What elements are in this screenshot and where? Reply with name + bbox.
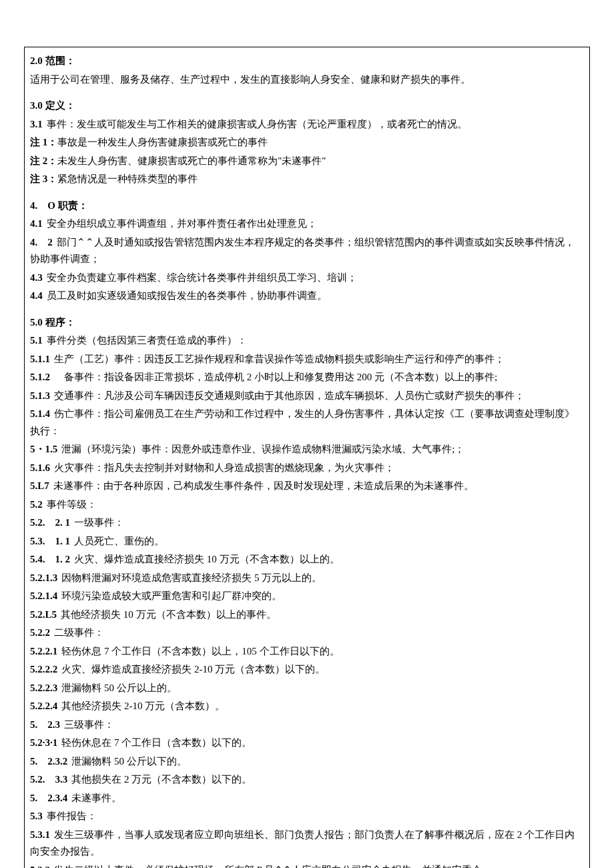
text-5.2.1: 一级事件： xyxy=(74,517,124,528)
note3-label: 注 3： xyxy=(30,173,57,184)
item-5.2.3: 5. 2.3三级事件： xyxy=(30,717,584,734)
text-5.2.3.3: 其他损失在 2 万元（不含本数）以下的。 xyxy=(71,774,252,785)
item-5.2.2.1: 5.2.2.1轻伤休息 7 个工作日（不含本数）以上，105 个工作日以下的。 xyxy=(30,643,584,661)
num-5.2.2.3: 5.2.2.3 xyxy=(30,683,57,693)
text-5.2.1.5: 其他经济损失 10 万元（不含本数）以上的事件。 xyxy=(61,609,276,620)
item-4.4: 4.4员工及时如实逐级通知或报告发生的各类事件，协助事件调查。 xyxy=(30,288,584,305)
item-5.1.5: 5・1.5泄漏（环境污染）事件：因意外或违章作业、误操作造成物料泄漏或污染水域、… xyxy=(30,441,584,458)
text-5.2.1.4: 环境污染造成较大或严重危害和引起厂群冲突的。 xyxy=(61,590,282,601)
num-5.1.1: 5.1.1 xyxy=(30,354,50,364)
item-5.1.6: 5.1.6火灾事件：指凡失去控制并对财物和人身造成损害的燃烧现象，为火灾事件； xyxy=(30,460,584,477)
item-5.2.1.1: 5.3. 1. 1人员死亡、重伤的。 xyxy=(30,533,584,550)
text-5.2.1.1: 人员死亡、重伤的。 xyxy=(74,536,164,546)
num-5.3.2: 5.3.2 xyxy=(30,865,50,869)
section-4-heading: 4. O 职责： xyxy=(30,200,88,211)
text-5.2.1.3: 因物料泄漏对环境造成危害或直接经济损失 5 万元以上的。 xyxy=(61,572,322,583)
text-4.3: 安全办负责建立事件档案、综合统计各类事件并组织员工学习、培训； xyxy=(47,272,357,283)
num-5.1: 5.1 xyxy=(30,335,43,346)
num-4.4: 4.4 xyxy=(30,290,43,301)
num-5.2.1.2: 5.4. 1. 2 xyxy=(30,554,70,564)
text-5.2.3.1: 轻伤休息在 7 个工作日（含本数）以下的。 xyxy=(61,737,252,748)
text-5.2.2.1: 轻伤休息 7 个工作日（不含本数）以上，105 个工作日以下的。 xyxy=(61,646,339,657)
item-5.2.2: 5.2.2二级事件： xyxy=(30,624,584,642)
text-5.2.3.4: 未遂事件。 xyxy=(71,793,121,803)
item-5.1.3: 5.1.3交通事件：凡涉及公司车辆因违反交通规则或由于其他原因，造成车辆损坏、人… xyxy=(30,388,584,405)
text-4.4: 员工及时如实逐级通知或报告发生的各类事件，协助事件调查。 xyxy=(47,290,327,301)
num-5.2.1: 5.2. 2. 1 xyxy=(30,517,70,528)
item-4.3: 4.3安全办负责建立事件档案、综合统计各类事件并组织员工学习、培训； xyxy=(30,270,584,287)
section-4: 4. O 职责： xyxy=(30,197,584,215)
item-5.2.3.3: 5.2. 3.3其他损失在 2 万元（不含本数）以下的。 xyxy=(30,771,584,789)
num-5.2.3.4: 5. 2.3.4 xyxy=(30,793,67,803)
text-5.2.2.3: 泄漏物料 50 公斤以上的。 xyxy=(61,683,177,693)
note-2: 注 2：未发生人身伤害、健康损害或死亡的事件通常称为"未遂事件" xyxy=(30,153,584,170)
num-3.0: 3.0 xyxy=(30,100,43,111)
item-5.2.2.3: 5.2.2.3泄漏物料 50 公斤以上的。 xyxy=(30,680,584,697)
item-5.2.1.4: 5.2.1.4环境污染造成较大或严重危害和引起厂群冲突的。 xyxy=(30,588,584,605)
section-5: 5.0 程序： xyxy=(30,314,584,332)
num-4.1: 4.1 xyxy=(30,218,43,229)
item-5.1.7: 5.L7未遂事件：由于各种原因，己构成发生事件条件，因及时发现处理，未造成后果的… xyxy=(30,478,584,495)
text-5.2.2.4: 其他经济损失 2-10 万元（含本数）。 xyxy=(61,701,225,711)
item-5.1.1: 5.1.1生产（工艺）事件：因违反工艺操作规程和拿昔误操作等造成物料损失或影响生… xyxy=(30,351,584,368)
text-5.2.1.2: 火灾、爆炸造成直接经济损失 10 万元（不含本数）以上的。 xyxy=(74,554,340,564)
text-5.1.6: 火灾事件：指凡失去控制并对财物和人身造成损害的燃烧现象，为火灾事件； xyxy=(54,462,394,473)
text-5.2.2: 二级事件： xyxy=(54,627,104,638)
text-5.2: 事件等级： xyxy=(47,499,97,510)
item-5.1.2: 5.1.2 备事件：指设备因非正常损坏，造成停机 2 小时以上和修复费用达 20… xyxy=(30,369,584,386)
num-5.1.6: 5.1.6 xyxy=(30,462,50,473)
num-5.1.2: 5.1.2 xyxy=(30,372,50,382)
section-2-heading: 2.0 范围： xyxy=(30,55,75,66)
num-5.2.2: 5.2.2 xyxy=(30,627,50,638)
num-5.1.5: 5・1.5 xyxy=(30,444,57,454)
text-5.1.1: 生产（工艺）事件：因违反工艺操作规程和拿昔误操作等造成物料损失或影响生产运行和停… xyxy=(54,354,505,364)
item-4.2: 4. 2部门⌃⌃人及时通知或报告管辖范围内发生本程序规定的各类事件；组织管辖范围… xyxy=(30,234,584,268)
num-3.1: 3.1 xyxy=(30,119,43,129)
text-5.1: 事件分类（包括因第三者责任造成的事件）： xyxy=(47,335,247,346)
section-2-body: 适用于公司在管理、服务及储存、生产过程中，发生的直接影响人身安全、健康和财产损失… xyxy=(30,71,584,89)
text-5.3: 事件报告： xyxy=(47,811,97,821)
text-5.2.3: 三级事件： xyxy=(64,719,114,730)
text-5.1.7: 未遂事件：由于各种原因，己构成发生事件条件，因及时发现处理，未造成后果的为未遂事… xyxy=(53,480,474,491)
num-5.2.1.4: 5.2.1.4 xyxy=(30,590,57,601)
num-5.1.7: 5.L7 xyxy=(30,480,49,491)
document-page: 2.0 范围： 适用于公司在管理、服务及储存、生产过程中，发生的直接影响人身安全… xyxy=(0,0,614,868)
label-2.0: 范围： xyxy=(45,55,75,66)
note1-text: 事故是一种发生人身伤害健康损害或死亡的事件 xyxy=(57,137,268,147)
item-5.2.1.3: 5.2.1.3因物料泄漏对环境造成危害或直接经济损失 5 万元以上的。 xyxy=(30,570,584,587)
note2-label: 注 2： xyxy=(30,155,57,166)
note-3: 注 3：紧急情况是一种特殊类型的事件 xyxy=(30,171,584,188)
item-5.2.3.1: 5.2·3·1轻伤休息在 7 个工作日（含本数）以下的。 xyxy=(30,735,584,752)
num-4: 4. O xyxy=(30,200,55,211)
text-5.3.2: 发生二级以上事件，必须保护好现场，所在部 P 号⌃⌃人应立即向公司安全办报告，并… xyxy=(54,865,492,869)
text-4.1: 安全办组织成立事件调查组，并对事件责任者作出处理意见； xyxy=(47,218,317,229)
text-5.1.3: 交通事件：凡涉及公司车辆因违反交通规则或由于其他原因，造成车辆损坏、人员伤亡或财… xyxy=(54,390,525,401)
text-5.1.4: 伤亡事件：指公司雇佣员工在生产劳动和工作过程中，发生的人身伤害事件，具体认定按《… xyxy=(30,408,575,436)
note2-text: 未发生人身伤害、健康损害或死亡的事件通常称为"未遂事件" xyxy=(57,155,326,166)
item-5.2.2.2: 5.2.2.2火灾、爆炸造成直接经济损失 2-10 万元（含本数）以下的。 xyxy=(30,661,584,679)
item-5.3.2: 5.3.2发生二级以上事件，必须保护好现场，所在部 P 号⌃⌃人应立即向公司安全… xyxy=(30,862,584,869)
num-5.1.3: 5.1.3 xyxy=(30,390,50,401)
num-2.0: 2.0 xyxy=(30,55,43,66)
item-5.2.3.2: 5. 2.3.2泄漏物料 50 公斤以下的。 xyxy=(30,753,584,771)
num-5.2.1.3: 5.2.1.3 xyxy=(30,572,57,583)
label-5: 程序： xyxy=(45,317,75,328)
text-5.2.2.2: 火灾、爆炸造成直接经济损失 2-10 万元（含本数）以下的。 xyxy=(61,664,325,675)
section-5-heading: 5.0 程序： xyxy=(30,317,75,328)
note1-label: 注 1： xyxy=(30,137,57,147)
num-5.2.1.1: 5.3. 1. 1 xyxy=(30,536,70,546)
item-5.3: 5.3事件报告： xyxy=(30,808,584,825)
item-5.2: 5.2事件等级： xyxy=(30,496,584,514)
num-5.2.3.3: 5.2. 3.3 xyxy=(30,774,67,785)
text-5.2.3.2: 泄漏物料 50 公斤以下的。 xyxy=(71,756,187,767)
item-5.2.1: 5.2. 2. 1一级事件： xyxy=(30,514,584,532)
num-5.2.3: 5. 2.3 xyxy=(30,719,60,730)
num-5.2.2.2: 5.2.2.2 xyxy=(30,664,57,675)
num-4.3: 4.3 xyxy=(30,272,43,283)
item-5.3.1: 5.3.1发生三级事件，当事人或发现者应立即向班组长、部门负责人报告；部门负责人… xyxy=(30,827,584,861)
num-4.2: 4. 2 xyxy=(30,237,53,248)
num-5.2.3.1: 5.2·3·1 xyxy=(30,737,57,748)
section-3: 3.0 定义： xyxy=(30,97,584,115)
item-5.1: 5.1事件分类（包括因第三者责任造成的事件）： xyxy=(30,332,584,350)
num-5.2: 5.2 xyxy=(30,499,43,510)
